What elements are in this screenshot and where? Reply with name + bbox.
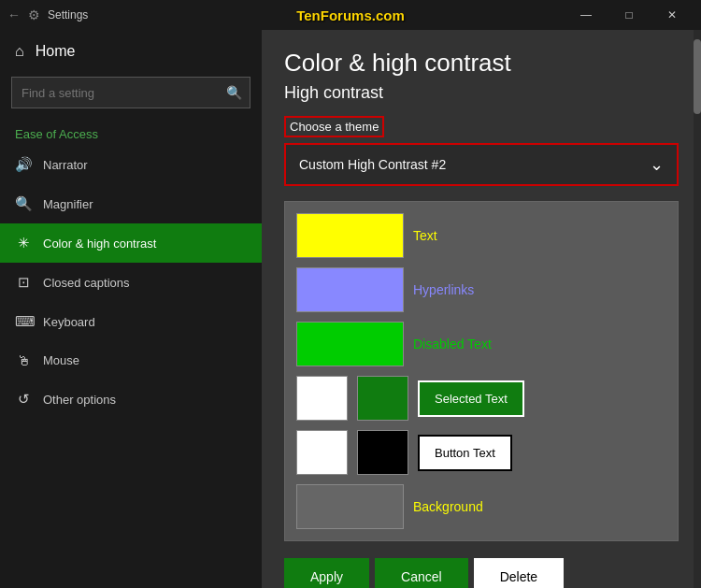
button-text-swatch2[interactable]: [357, 430, 408, 475]
background-label: Background: [413, 499, 483, 514]
mouse-icon: 🖱: [15, 352, 32, 368]
scrollbar-track[interactable]: [694, 30, 701, 588]
maximize-button[interactable]: □: [608, 0, 651, 30]
text-swatch[interactable]: [296, 213, 404, 258]
content-area: Color & high contrast High contrast Choo…: [262, 30, 701, 588]
narrator-icon: 🔊: [15, 156, 32, 173]
watermark: TenForums.com: [296, 7, 405, 23]
sidebar-item-narrator[interactable]: 🔊 Narrator: [0, 145, 262, 184]
dropdown-arrow-icon: ⌄: [650, 154, 664, 175]
search-box: 🔍: [11, 77, 250, 108]
minimize-button[interactable]: —: [565, 0, 608, 30]
home-icon: ⌂: [15, 43, 24, 60]
titlebar-controls: — □ ✕: [565, 0, 694, 30]
section-title: High contrast: [284, 83, 679, 103]
sidebar-item-closed-captions[interactable]: ⊡ Closed captions: [0, 263, 262, 302]
magnifier-label: Magnifier: [43, 197, 93, 211]
closed-captions-icon: ⊡: [15, 274, 32, 291]
other-icon: ↺: [15, 391, 32, 408]
search-icon: 🔍: [219, 78, 250, 108]
color-row-disabled-text: Disabled Text: [296, 322, 666, 366]
sidebar-item-mouse[interactable]: 🖱 Mouse: [0, 341, 262, 380]
sidebar-item-keyboard[interactable]: ⌨ Keyboard: [0, 302, 262, 341]
app-body: ⌂ Home 🔍 Ease of Access 🔊 Narrator 🔍 Mag…: [0, 30, 701, 588]
settings-icon: ⚙: [28, 7, 40, 22]
sidebar-item-magnifier[interactable]: 🔍 Magnifier: [0, 184, 262, 223]
scrollbar-thumb: [694, 39, 701, 114]
sidebar-item-color-high-contrast[interactable]: ✳ Color & high contrast: [0, 223, 262, 263]
sidebar: ⌂ Home 🔍 Ease of Access 🔊 Narrator 🔍 Mag…: [0, 30, 262, 588]
sidebar-section-label: Ease of Access: [0, 120, 262, 145]
delete-button[interactable]: Delete: [474, 558, 564, 588]
page-title: Color & high contrast: [284, 49, 679, 78]
disabled-text-label: Disabled Text: [413, 337, 492, 351]
narrator-label: Narrator: [43, 158, 88, 172]
keyboard-icon: ⌨: [15, 313, 32, 330]
color-row-text: Text: [296, 213, 666, 258]
mouse-label: Mouse: [43, 353, 79, 367]
sidebar-home[interactable]: ⌂ Home: [0, 30, 262, 73]
theme-dropdown[interactable]: Custom High Contrast #2 ⌄: [286, 145, 677, 184]
selected-text-button[interactable]: Selected Text: [418, 380, 524, 417]
color-row-background: Background: [296, 484, 666, 529]
titlebar: ← ⚙ Settings TenForums.com — □ ✕: [0, 0, 701, 30]
close-button[interactable]: ✕: [651, 0, 694, 30]
disabled-text-swatch[interactable]: [296, 322, 404, 366]
theme-selected-value: Custom High Contrast #2: [299, 157, 446, 172]
home-label: Home: [36, 43, 76, 60]
color-row-selected-text: Selected Text: [296, 376, 666, 421]
hyperlinks-swatch[interactable]: [296, 267, 404, 312]
apply-button[interactable]: Apply: [284, 558, 369, 588]
button-text-swatch1[interactable]: [296, 430, 348, 475]
hyperlinks-label: Hyperlinks: [413, 282, 474, 297]
other-label: Other options: [43, 393, 116, 407]
titlebar-title: Settings: [48, 8, 88, 22]
back-icon[interactable]: ←: [7, 7, 21, 22]
keyboard-label: Keyboard: [43, 315, 95, 329]
choose-theme-label: Choose a theme: [284, 116, 384, 137]
selected-text-swatch2[interactable]: [357, 376, 408, 421]
text-label: Text: [413, 228, 437, 243]
magnifier-icon: 🔍: [15, 195, 32, 212]
color-row-hyperlinks: Hyperlinks: [296, 267, 666, 312]
search-input[interactable]: [12, 79, 219, 108]
closed-captions-label: Closed captions: [43, 276, 130, 290]
cancel-button[interactable]: Cancel: [375, 558, 468, 588]
selected-text-swatch1[interactable]: [296, 376, 348, 421]
bottom-actions: Apply Cancel Delete: [284, 558, 679, 588]
titlebar-left: ← ⚙ Settings: [7, 7, 88, 22]
color-row-button-text: Button Text: [296, 430, 666, 475]
color-label: Color & high contrast: [43, 237, 156, 251]
color-icon: ✳: [15, 235, 32, 251]
background-swatch[interactable]: [296, 484, 404, 529]
button-text-button[interactable]: Button Text: [418, 435, 512, 471]
sidebar-item-other-options[interactable]: ↺ Other options: [0, 380, 262, 419]
theme-select-wrapper: Custom High Contrast #2 ⌄: [284, 143, 679, 186]
color-panel: Text Hyperlinks Disabled Text Selected T…: [284, 201, 679, 541]
